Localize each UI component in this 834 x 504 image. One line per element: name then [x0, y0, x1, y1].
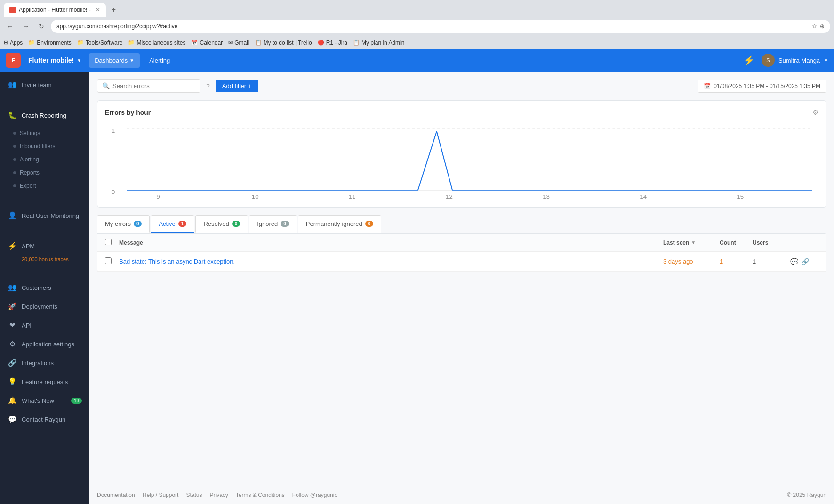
- select-all-checkbox[interactable]: [105, 239, 112, 245]
- sidebar-item-integrations[interactable]: 🔗 Integrations: [0, 353, 89, 372]
- bookmark-environments[interactable]: 📁 Environments: [28, 40, 71, 46]
- sidebar-item-invite-team[interactable]: 👥 Invite team: [0, 75, 89, 94]
- col-header-users: Users: [753, 240, 790, 246]
- lightning-icon[interactable]: ⚡: [740, 52, 758, 69]
- gmail-icon: ✉: [228, 40, 233, 46]
- forward-button[interactable]: →: [20, 21, 32, 32]
- bookmark-jira[interactable]: 🔴 R1 - Jira: [318, 40, 347, 46]
- tab-resolved[interactable]: Resolved 0: [195, 215, 248, 233]
- footer-link-twitter[interactable]: Follow @raygunio: [292, 492, 337, 498]
- bookmark-tools[interactable]: 📁 Tools/Software: [77, 40, 123, 46]
- date-range-picker[interactable]: 📅 01/08/2025 1:35 PM - 01/15/2025 1:35 P…: [698, 80, 826, 93]
- bookmark-label-7: R1 - Jira: [326, 40, 347, 46]
- sidebar-item-rum[interactable]: 👤 Real User Monitoring: [0, 206, 89, 225]
- close-tab-icon[interactable]: ✕: [96, 7, 100, 13]
- footer-link-documentation[interactable]: Documentation: [97, 492, 135, 498]
- sidebar-item-alerting[interactable]: Alerting: [0, 153, 89, 166]
- dashboards-nav[interactable]: Dashboards ▼: [89, 53, 140, 68]
- tab-active[interactable]: Active 1: [151, 215, 194, 233]
- footer-link-help[interactable]: Help / Support: [143, 492, 179, 498]
- bookmark-gmail[interactable]: ✉ Gmail: [228, 40, 249, 46]
- admin-icon: 📋: [353, 40, 360, 46]
- sidebar-item-settings[interactable]: Settings: [0, 127, 89, 140]
- bookmark-apps[interactable]: ⊞ Apps: [4, 40, 23, 46]
- svg-text:Jan: Jan: [250, 199, 260, 200]
- user-name: Sumitra Manga: [778, 57, 820, 64]
- sidebar-item-apm[interactable]: ⚡ APM: [0, 237, 89, 256]
- link-icon[interactable]: 🔗: [801, 258, 809, 265]
- footer-link-privacy[interactable]: Privacy: [209, 492, 228, 498]
- integrations-label: Integrations: [22, 360, 82, 367]
- tab-my-errors[interactable]: My errors 0: [97, 215, 150, 233]
- help-icon[interactable]: ?: [204, 80, 212, 92]
- add-filter-button[interactable]: Add filter +: [216, 80, 258, 92]
- sidebar-item-customers[interactable]: 👥 Customers: [0, 278, 89, 297]
- bookmark-admin[interactable]: 📋 My plan in Admin: [353, 40, 404, 46]
- dashboards-caret-icon: ▼: [129, 58, 134, 63]
- main-layout: 👥 Invite team 🐛 Crash Reporting Settings: [0, 72, 834, 504]
- footer-link-status[interactable]: Status: [186, 492, 202, 498]
- browser-chrome: Application - Flutter mobile! - ✕ + ← → …: [0, 0, 834, 49]
- rum-icon: 👤: [8, 211, 17, 220]
- rum-label: Real User Monitoring: [22, 212, 82, 219]
- plus-icon: +: [248, 82, 252, 89]
- sidebar-bottom-section: 👥 Customers 🚀 Deployments ❤ API ⚙ Applic…: [0, 274, 89, 432]
- col-header-last-seen[interactable]: Last seen ▼: [663, 240, 720, 246]
- content-area: 🔍 ? Add filter + 📅 01/08/2025 1:35 PM - …: [89, 72, 834, 504]
- tab-permanently-ignored[interactable]: Permanently ignored 0: [298, 215, 382, 233]
- sidebar-item-crash-reporting[interactable]: 🐛 Crash Reporting: [0, 106, 89, 125]
- sidebar-item-contact[interactable]: 💬 Contact Raygun: [0, 410, 89, 429]
- sidebar-apm-section: ⚡ APM 20,000 bonus traces: [0, 233, 89, 270]
- bookmark-trello[interactable]: 📋 My to do list | Trello: [255, 40, 312, 46]
- filters-bar: 🔍 ? Add filter + 📅 01/08/2025 1:35 PM - …: [97, 79, 826, 93]
- apm-icon: ⚡: [8, 241, 17, 251]
- new-tab-button[interactable]: +: [108, 4, 120, 16]
- svg-text:0: 0: [111, 189, 115, 195]
- tab-my-errors-label: My errors: [105, 220, 131, 227]
- tabs-row: My errors 0 Active 1 Resolved 0 Ignored …: [97, 215, 826, 233]
- sidebar-item-reports[interactable]: Reports: [0, 166, 89, 179]
- error-link[interactable]: Bad state: This is an async Dart excepti…: [119, 258, 235, 265]
- integrations-icon: 🔗: [8, 358, 17, 368]
- apps-label: Apps: [10, 40, 23, 46]
- app-logo: F: [6, 53, 21, 68]
- footer-link-terms[interactable]: Terms & Conditions: [236, 492, 285, 498]
- user-area[interactable]: S Sumitra Manga ▼: [762, 54, 828, 67]
- tab-ignored[interactable]: Ignored 0: [249, 215, 297, 233]
- row-checkbox[interactable]: [105, 257, 112, 264]
- sidebar-item-api[interactable]: ❤ API: [0, 316, 89, 335]
- bookmark-misc[interactable]: 📁 Miscellaneous sites: [128, 40, 185, 46]
- search-input[interactable]: [112, 82, 195, 89]
- row-last-seen: 3 days ago: [663, 258, 720, 265]
- date-range-text: 01/08/2025 1:35 PM - 01/15/2025 1:35 PM: [714, 83, 820, 89]
- search-box[interactable]: 🔍: [97, 79, 200, 93]
- app-name-button[interactable]: Flutter mobile! ▼: [24, 54, 85, 67]
- bookmark-calendar[interactable]: 📅 Calendar: [191, 40, 223, 46]
- extension-icon[interactable]: ⊕: [820, 23, 825, 30]
- browser-tab[interactable]: Application - Flutter mobile! - ✕: [4, 3, 106, 17]
- customers-icon: 👥: [8, 283, 17, 292]
- sidebar-item-inbound-filters[interactable]: Inbound filters: [0, 140, 89, 153]
- comment-icon[interactable]: 💬: [790, 258, 798, 265]
- calendar-icon: 📅: [191, 40, 198, 46]
- star-icon[interactable]: ☆: [812, 23, 817, 30]
- sidebar-item-export[interactable]: Export: [0, 179, 89, 192]
- folder-icon-3: 📁: [128, 40, 135, 46]
- alerting-nav[interactable]: Alerting: [144, 53, 176, 68]
- sidebar-item-deployments[interactable]: 🚀 Deployments: [0, 297, 89, 316]
- back-button[interactable]: ←: [4, 21, 16, 32]
- sidebar-item-feature-requests[interactable]: 💡 Feature requests: [0, 372, 89, 391]
- row-message: Bad state: This is an async Dart excepti…: [119, 258, 663, 265]
- header-checkbox-col: [105, 239, 119, 247]
- address-bar[interactable]: app.raygun.com/crashreporting/2ccippw?#a…: [51, 20, 830, 33]
- reload-button[interactable]: ↻: [36, 21, 47, 32]
- deployments-label: Deployments: [22, 303, 82, 310]
- bookmark-label-8: My plan in Admin: [361, 40, 404, 46]
- sidebar-item-app-settings[interactable]: ⚙ Application settings: [0, 335, 89, 353]
- chart-gear-icon[interactable]: ⚙: [812, 108, 818, 117]
- url-text: app.raygun.com/crashreporting/2ccippw?#a…: [56, 23, 808, 30]
- chart-card: Errors by hour ⚙ 1 0: [97, 100, 826, 208]
- crash-reporting-label: Crash Reporting: [22, 112, 82, 119]
- sidebar-item-whats-new[interactable]: 🔔 What's New 13: [0, 391, 89, 410]
- tab-resolved-label: Resolved: [203, 220, 229, 227]
